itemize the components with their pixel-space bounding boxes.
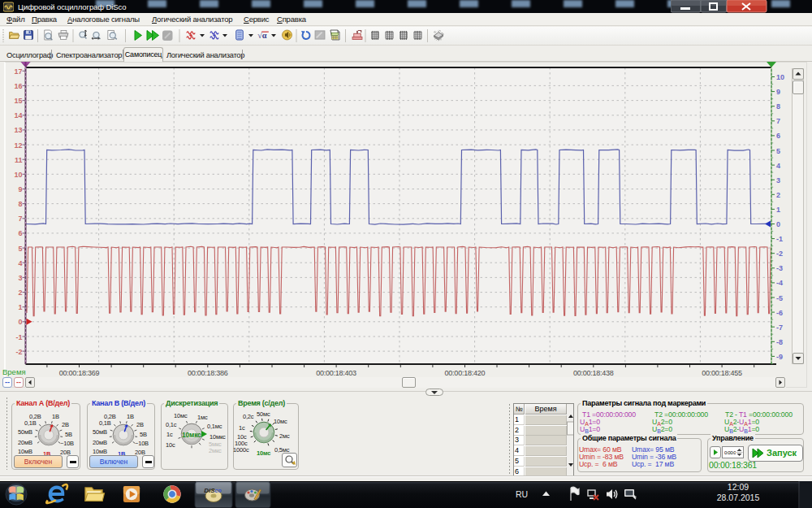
svg-text:9: 9	[776, 88, 780, 96]
svg-text:3: 3	[776, 176, 780, 185]
svg-text:-3: -3	[776, 264, 783, 272]
svg-text:7: 7	[776, 117, 780, 125]
svg-text:Время: Время	[2, 367, 26, 376]
svg-text:RU: RU	[516, 489, 528, 499]
svg-text:12: 12	[14, 141, 22, 150]
svg-text:8: 8	[776, 102, 780, 111]
svg-text:-6: -6	[776, 309, 783, 317]
svg-text:-9: -9	[776, 353, 783, 361]
svg-text:00:00:18:438: 00:00:18:438	[573, 369, 614, 377]
svg-text:2: 2	[776, 191, 780, 199]
svg-text:11: 11	[15, 156, 23, 164]
svg-text:4: 4	[18, 259, 22, 267]
svg-text:00:00:18:369: 00:00:18:369	[59, 369, 100, 377]
svg-text:2: 2	[18, 289, 22, 297]
svg-text:0: 0	[776, 220, 780, 228]
svg-text:-2: -2	[776, 250, 783, 258]
svg-text:16: 16	[14, 82, 22, 90]
svg-text:10: 10	[14, 171, 22, 179]
svg-text:6: 6	[776, 132, 780, 140]
svg-text:-4: -4	[776, 279, 783, 287]
svg-text:14: 14	[14, 111, 22, 119]
svg-text:DiSco: DiSco	[204, 487, 222, 494]
svg-text:4: 4	[776, 162, 780, 170]
svg-text:-8: -8	[776, 338, 783, 346]
svg-text:9: 9	[18, 185, 22, 193]
svg-text:10: 10	[776, 73, 784, 81]
svg-text:1: 1	[776, 206, 780, 214]
svg-text:1: 1	[18, 303, 22, 311]
svg-text:5: 5	[776, 147, 780, 155]
svg-text:00:00:18:455: 00:00:18:455	[702, 369, 742, 377]
svg-text:-5: -5	[776, 294, 783, 302]
svg-text:00:00:18:403: 00:00:18:403	[316, 369, 356, 377]
svg-text:-1: -1	[776, 235, 783, 243]
svg-text:15: 15	[14, 97, 22, 105]
svg-text:3: 3	[18, 274, 22, 282]
svg-text:5: 5	[18, 245, 22, 253]
svg-text:6: 6	[18, 229, 22, 237]
svg-text:8: 8	[18, 200, 22, 208]
svg-text:00:00:18:386: 00:00:18:386	[188, 369, 228, 377]
svg-text:-7: -7	[776, 323, 783, 332]
svg-text:17: 17	[14, 67, 22, 76]
svg-text:12:09: 12:09	[728, 482, 749, 492]
svg-text:7: 7	[18, 215, 22, 223]
svg-text:0: 0	[18, 318, 22, 326]
svg-text:-1: -1	[15, 333, 22, 341]
svg-text:28.07.2015: 28.07.2015	[717, 493, 760, 502]
svg-text:-2: -2	[15, 348, 22, 356]
svg-text:00:00:18:420: 00:00:18:420	[445, 369, 486, 377]
svg-text:13: 13	[14, 126, 22, 134]
